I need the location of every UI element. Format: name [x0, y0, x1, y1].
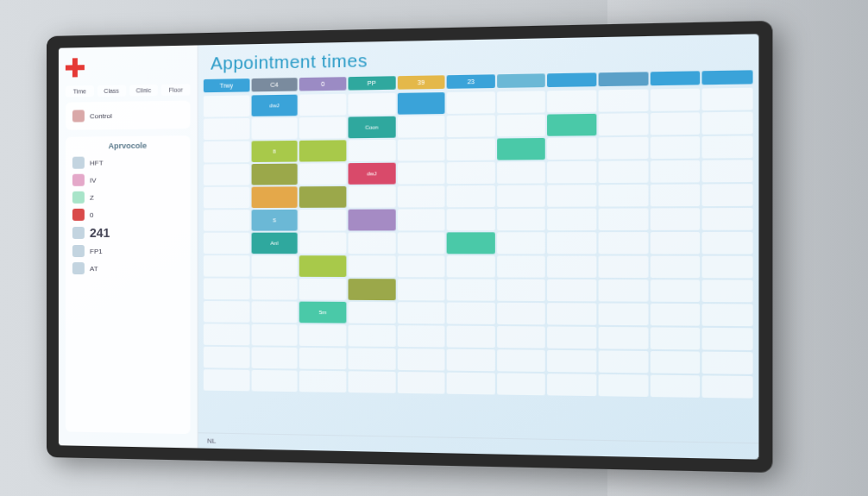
schedule-cell[interactable] — [447, 326, 495, 348]
schedule-cell[interactable] — [397, 325, 444, 347]
schedule-cell[interactable] — [702, 232, 753, 254]
schedule-cell[interactable] — [204, 95, 249, 116]
schedule-cell[interactable] — [447, 349, 495, 372]
schedule-cell[interactable] — [599, 303, 649, 325]
schedule-cell[interactable] — [251, 301, 298, 323]
schedule-cell[interactable] — [204, 369, 249, 391]
schedule-cell[interactable] — [348, 348, 395, 369]
column-header[interactable]: Trwy — [204, 78, 249, 92]
schedule-cell[interactable] — [702, 184, 753, 206]
schedule-cell[interactable] — [650, 327, 700, 349]
schedule-cell[interactable] — [547, 374, 596, 396]
schedule-cell[interactable] — [204, 347, 249, 368]
schedule-cell[interactable] — [447, 373, 495, 395]
column-header[interactable]: PP — [348, 76, 395, 90]
schedule-cell[interactable] — [702, 256, 753, 279]
schedule-cell[interactable] — [299, 117, 346, 139]
schedule-cell[interactable] — [204, 210, 249, 231]
schedule-cell[interactable] — [702, 160, 753, 182]
schedule-cell[interactable] — [348, 140, 395, 161]
list-item[interactable]: 0 — [71, 205, 185, 223]
schedule-cell[interactable] — [599, 113, 649, 135]
control-row[interactable]: Control — [71, 106, 185, 125]
schedule-cell[interactable] — [547, 303, 596, 325]
list-item[interactable]: AT — [71, 260, 185, 277]
schedule-cell[interactable] — [204, 141, 249, 163]
column-header[interactable]: 39 — [397, 75, 444, 89]
list-item[interactable]: FP1 — [71, 242, 185, 260]
schedule-cell[interactable] — [702, 304, 753, 326]
schedule-cell[interactable] — [348, 371, 395, 393]
schedule-cell[interactable] — [447, 279, 495, 300]
schedule-cell[interactable] — [702, 328, 753, 350]
schedule-cell[interactable] — [299, 186, 346, 208]
schedule-cell[interactable] — [497, 373, 545, 395]
schedule-cell[interactable] — [497, 185, 545, 207]
schedule-cell[interactable] — [599, 327, 649, 349]
schedule-cell[interactable] — [547, 137, 596, 160]
schedule-cell[interactable] — [599, 208, 649, 230]
schedule-cell[interactable]: S — [251, 210, 298, 231]
schedule-cell[interactable] — [299, 324, 346, 346]
column-header[interactable] — [599, 72, 649, 86]
column-header[interactable] — [651, 71, 701, 85]
schedule-cell[interactable] — [650, 232, 700, 254]
column-header[interactable]: C4 — [251, 78, 298, 91]
schedule-cell[interactable] — [599, 279, 649, 302]
column-header[interactable] — [497, 73, 545, 88]
schedule-cell[interactable] — [702, 88, 753, 110]
schedule-cell[interactable] — [702, 112, 753, 135]
schedule-cell[interactable] — [599, 256, 649, 279]
schedule-cell[interactable] — [447, 139, 495, 161]
schedule-cell[interactable] — [650, 351, 700, 374]
schedule-cell[interactable] — [650, 89, 700, 111]
schedule-cell[interactable] — [497, 115, 545, 137]
schedule-cell[interactable] — [251, 164, 298, 185]
list-item[interactable]: IV — [71, 171, 185, 189]
list-item[interactable]: HFT — [71, 153, 185, 171]
schedule-cell[interactable] — [599, 232, 649, 254]
schedule-cell[interactable] — [702, 352, 753, 374]
schedule-cell[interactable] — [650, 279, 700, 302]
schedule-cell[interactable] — [397, 162, 444, 184]
schedule-cell[interactable] — [447, 209, 495, 230]
column-header[interactable] — [702, 70, 753, 85]
schedule-cell[interactable] — [348, 302, 395, 323]
schedule-cell[interactable] — [497, 91, 545, 113]
schedule-cell[interactable] — [497, 232, 545, 254]
schedule-cell[interactable] — [702, 279, 753, 302]
schedule-cell[interactable] — [397, 302, 444, 323]
schedule-cell[interactable] — [497, 161, 545, 184]
schedule-cell[interactable] — [497, 303, 545, 325]
list-item[interactable]: 241 — [71, 223, 185, 242]
schedule-cell[interactable] — [547, 256, 596, 278]
schedule-cell[interactable] — [348, 186, 395, 208]
sidebar-tab-class[interactable]: Class — [97, 85, 126, 97]
schedule-cell[interactable] — [650, 375, 700, 398]
schedule-cell[interactable] — [348, 325, 395, 347]
schedule-cell[interactable] — [497, 209, 545, 230]
schedule-cell[interactable] — [497, 138, 545, 160]
column-header[interactable] — [548, 72, 597, 87]
schedule-cell[interactable] — [447, 303, 495, 324]
schedule-cell[interactable] — [204, 233, 249, 254]
schedule-cell[interactable] — [497, 326, 545, 348]
schedule-cell[interactable] — [599, 160, 649, 183]
schedule-cell[interactable] — [251, 370, 298, 392]
schedule-cell[interactable] — [702, 135, 753, 158]
schedule-cell[interactable] — [599, 185, 649, 207]
schedule-cell[interactable] — [599, 374, 649, 397]
schedule-cell[interactable] — [599, 137, 649, 160]
schedule-cell[interactable] — [497, 255, 545, 277]
schedule-cell[interactable] — [299, 279, 346, 300]
schedule-cell[interactable] — [497, 349, 545, 372]
schedule-cell[interactable]: dwJ — [251, 95, 298, 116]
schedule-cell[interactable] — [397, 255, 444, 277]
schedule-cell[interactable] — [251, 186, 298, 208]
schedule-cell[interactable] — [348, 279, 395, 300]
schedule-cell[interactable] — [547, 209, 596, 230]
schedule-cell[interactable] — [397, 92, 444, 115]
schedule-cell[interactable] — [650, 304, 700, 326]
schedule-cell[interactable] — [348, 255, 395, 277]
schedule-cell[interactable]: 8 — [251, 141, 298, 162]
